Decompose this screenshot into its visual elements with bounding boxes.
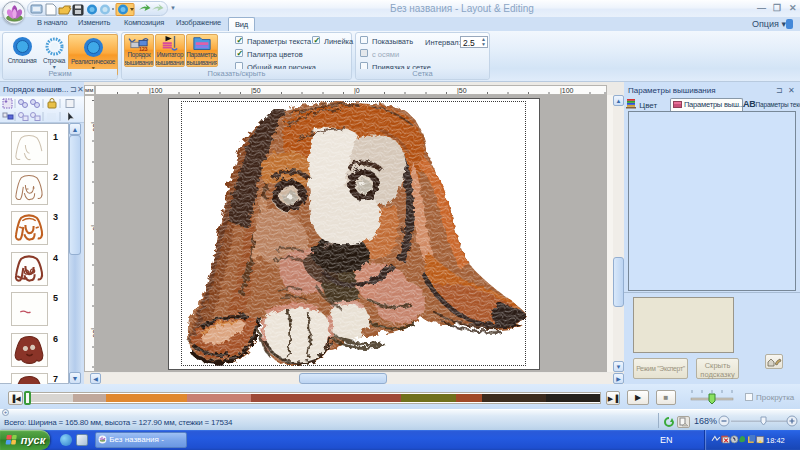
svg-text:|100: |100 [560,87,574,95]
svg-text:|100: |100 [149,87,163,95]
svg-text:|50: |50 [251,87,261,95]
svg-text:|50: |50 [457,87,467,95]
svg-text:|0: |0 [354,87,360,95]
svg-text:18:42: 18:42 [766,436,785,445]
